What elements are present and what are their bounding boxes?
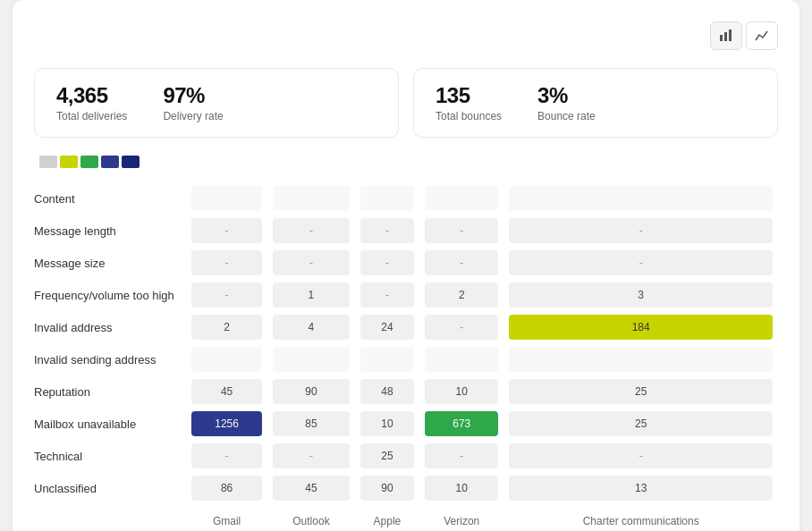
bounce-table: ContentMessage length-----Message size--… xyxy=(34,182,778,527)
data-cell xyxy=(267,343,354,375)
data-cell: 25 xyxy=(355,440,419,472)
data-cell: 2 xyxy=(419,279,503,311)
data-cell: 13 xyxy=(503,472,778,504)
svg-rect-2 xyxy=(729,30,732,41)
data-cell xyxy=(503,343,778,375)
data-cell xyxy=(186,182,267,215)
data-cell: 1256 xyxy=(186,408,267,440)
data-cell: - xyxy=(419,247,503,279)
data-cell: 184 xyxy=(503,311,778,343)
card-header xyxy=(34,21,778,50)
table-row: Mailbox unavailable1256851067325 xyxy=(34,408,778,440)
table-row: Message length----- xyxy=(34,215,778,247)
data-cell: - xyxy=(267,215,354,247)
data-cell: - xyxy=(186,247,267,279)
total-deliveries-stat: 4,365 Total deliveries xyxy=(56,83,127,122)
bounce-rate-label: Bounce rate xyxy=(537,110,596,122)
category-cell: Technical xyxy=(34,440,186,472)
data-cell xyxy=(419,343,503,375)
data-cell: - xyxy=(419,440,503,472)
data-cell: 673 xyxy=(419,408,503,440)
swatch-3 xyxy=(80,156,98,168)
data-cell: 2 xyxy=(186,311,267,343)
data-cell: 4 xyxy=(267,311,354,343)
total-deliveries-label: Total deliveries xyxy=(56,110,127,122)
legend xyxy=(34,156,778,168)
swatch-2 xyxy=(60,156,78,168)
data-cell: - xyxy=(355,247,419,279)
column-label-1: Outlook xyxy=(267,504,354,527)
data-cell: 24 xyxy=(355,311,419,343)
data-cell: 90 xyxy=(267,375,354,408)
data-cell: 10 xyxy=(355,408,419,440)
table-row: Invalid sending address xyxy=(34,343,778,375)
data-cell: 25 xyxy=(503,375,778,408)
category-cell: Reputation xyxy=(34,375,186,408)
legend-swatches xyxy=(39,156,140,168)
table-footer-row: GmailOutlookAppleVerizonCharter communic… xyxy=(34,504,778,527)
data-cell: 45 xyxy=(186,375,267,408)
category-cell: Message length xyxy=(34,215,186,247)
data-cell: - xyxy=(186,279,267,311)
deliveries-stat-box: 4,365 Total deliveries 97% Delivery rate xyxy=(34,68,399,138)
table-row: Message size----- xyxy=(34,247,778,279)
data-cell: - xyxy=(267,440,354,472)
data-cell: 10 xyxy=(419,472,503,504)
data-cell xyxy=(355,182,419,215)
bar-chart-button[interactable] xyxy=(710,21,742,50)
data-cell: 10 xyxy=(419,375,503,408)
data-cell: 25 xyxy=(503,408,778,440)
category-cell: Invalid address xyxy=(34,311,186,343)
column-label-3: Verizon xyxy=(419,504,503,527)
column-label-0: Gmail xyxy=(186,504,267,527)
category-cell: Content xyxy=(34,182,186,215)
table-row: Frequency/volume too high-1-23 xyxy=(34,279,778,311)
total-bounces-value: 135 xyxy=(436,83,502,108)
data-table-container: ContentMessage length-----Message size--… xyxy=(34,182,778,527)
category-cell: Frequency/volume too high xyxy=(34,279,186,311)
data-cell: - xyxy=(355,279,419,311)
data-cell xyxy=(419,182,503,215)
table-row: Reputation4590481025 xyxy=(34,375,778,408)
data-cell: 45 xyxy=(267,472,354,504)
swatch-4 xyxy=(101,156,119,168)
data-cell: - xyxy=(503,440,778,472)
data-cell: 85 xyxy=(267,408,354,440)
table-row: Technical--25-- xyxy=(34,440,778,472)
data-cell: - xyxy=(419,215,503,247)
data-cell: 3 xyxy=(503,279,778,311)
data-cell: 86 xyxy=(186,472,267,504)
line-chart-button[interactable] xyxy=(746,21,778,50)
stats-row: 4,365 Total deliveries 97% Delivery rate… xyxy=(34,68,778,138)
total-bounces-stat: 135 Total bounces xyxy=(436,83,502,122)
table-row: Invalid address2424-184 xyxy=(34,311,778,343)
category-cell: Invalid sending address xyxy=(34,343,186,375)
total-bounces-label: Total bounces xyxy=(436,110,502,122)
data-cell: - xyxy=(419,311,503,343)
data-cell: - xyxy=(186,215,267,247)
svg-rect-1 xyxy=(724,32,727,41)
swatch-5 xyxy=(122,156,140,168)
data-cell: - xyxy=(503,247,778,279)
delivery-rate-stat: 97% Delivery rate xyxy=(163,83,223,122)
footer-empty-cell xyxy=(34,504,186,527)
main-card: 4,365 Total deliveries 97% Delivery rate… xyxy=(13,0,799,531)
category-cell: Message size xyxy=(34,247,186,279)
total-deliveries-value: 4,365 xyxy=(56,83,127,108)
bounce-rate-stat: 3% Bounce rate xyxy=(537,83,596,122)
data-cell: 48 xyxy=(355,375,419,408)
data-cell: - xyxy=(186,440,267,472)
bounces-stat-box: 135 Total bounces 3% Bounce rate xyxy=(413,68,778,138)
data-cell: 90 xyxy=(355,472,419,504)
data-cell: 1 xyxy=(267,279,354,311)
data-cell xyxy=(503,182,778,215)
column-label-4: Charter communications xyxy=(503,504,778,527)
delivery-rate-value: 97% xyxy=(163,83,223,108)
bounce-rate-value: 3% xyxy=(537,83,596,108)
data-cell xyxy=(267,182,354,215)
table-row: Content xyxy=(34,182,778,215)
category-cell: Unclassified xyxy=(34,472,186,504)
data-cell: - xyxy=(503,215,778,247)
chart-type-toggle xyxy=(710,21,778,50)
data-cell xyxy=(186,343,267,375)
